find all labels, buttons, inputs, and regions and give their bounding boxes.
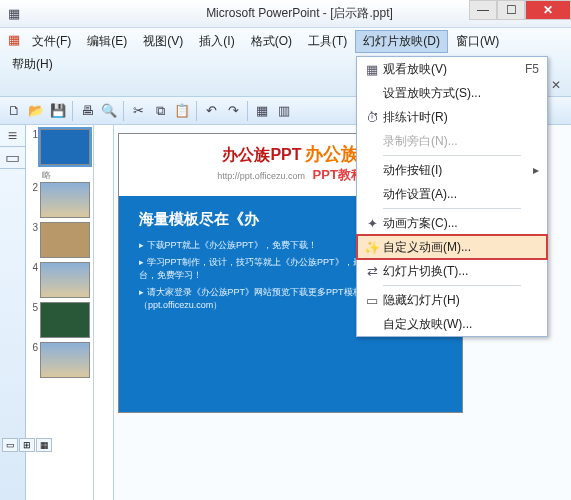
menu-separator [383,285,521,286]
cut-icon[interactable]: ✂ [128,101,148,121]
thumb-preview [40,262,90,298]
thumbnail-2[interactable]: 2 [28,182,91,218]
thumbnail-5[interactable]: 5 [28,302,91,338]
slide-logo-text: 办公族PPT [222,146,301,163]
separator [196,101,197,121]
submenu-arrow-icon: ▸ [533,163,543,177]
menu-action-settings[interactable]: 动作设置(A)... [357,182,547,206]
open-icon[interactable]: 📂 [26,101,46,121]
thumb-preview [40,129,90,165]
save-icon[interactable]: 💾 [48,101,68,121]
timer-icon: ⏱ [361,110,383,125]
hide-icon: ▭ [361,293,383,308]
menu-format[interactable]: 格式(O) [243,30,300,53]
separator [72,101,73,121]
normal-view-button[interactable]: ▭ [2,438,18,452]
slide-url: http://ppt.officezu.com [217,171,305,181]
menu-slideshow[interactable]: 幻灯片放映(D) [355,30,448,53]
animate-icon: ✦ [361,216,383,231]
thumb-number: 2 [28,182,40,218]
thumb-preview [40,182,90,218]
thumb-number: 3 [28,222,40,258]
thumb-preview [40,302,90,338]
new-icon[interactable]: 🗋 [4,101,24,121]
menu-slide-transition[interactable]: ⇄ 幻灯片切换(T)... [357,259,547,283]
menu-insert[interactable]: 插入(I) [191,30,242,53]
slides-tab-icon[interactable]: ▭ [0,147,25,169]
slide-logo-big: 办公族 [305,144,359,164]
thumb-sublabel: 略 [28,169,91,182]
menu-view[interactable]: 视图(V) [135,30,191,53]
menu-custom-animation[interactable]: ✨ 自定义动画(M)... [357,235,547,259]
thumb-preview [40,342,90,378]
custom-animate-icon: ✨ [361,240,383,255]
titlebar: ▦ Microsoft PowerPoint - [启示路.ppt] ― ☐ ✕ [0,0,571,28]
menu-rehearse[interactable]: ⏱ 排练计时(R) [357,105,547,129]
print-icon[interactable]: 🖶 [77,101,97,121]
menu-hide-slide[interactable]: ▭ 隐藏幻灯片(H) [357,288,547,312]
menu-record-narration[interactable]: 录制旁白(N)... [357,129,547,153]
menu-tools[interactable]: 工具(T) [300,30,355,53]
thumbnail-3[interactable]: 3 [28,222,91,258]
slideshow-view-button[interactable]: ▦ [36,438,52,452]
thumb-number: 5 [28,302,40,338]
present-icon: ▦ [361,62,383,77]
copy-icon[interactable]: ⧉ [150,101,170,121]
ppt-icon: ▦ [4,30,24,50]
thumbnail-6[interactable]: 6 [28,342,91,378]
menu-view-show[interactable]: ▦ 观看放映(V) F5 [357,57,547,81]
menu-animation-schemes[interactable]: ✦ 动画方案(C)... [357,211,547,235]
minimize-button[interactable]: ― [469,0,497,20]
thumbnail-4[interactable]: 4 [28,262,91,298]
menu-file[interactable]: 文件(F) [24,30,79,53]
transition-icon: ⇄ [361,264,383,279]
menu-window[interactable]: 窗口(W) [448,30,507,53]
thumbnail-1[interactable]: 1 [28,129,91,165]
menu-separator [383,208,521,209]
separator [247,101,248,121]
thumb-number: 4 [28,262,40,298]
slideshow-dropdown: ▦ 观看放映(V) F5 设置放映方式(S)... ⏱ 排练计时(R) 录制旁白… [356,56,548,337]
window-controls: ― ☐ ✕ [469,0,571,20]
app-icon: ▦ [4,4,24,24]
menu-setup-show[interactable]: 设置放映方式(S)... [357,81,547,105]
menu-custom-shows[interactable]: 自定义放映(W)... [357,312,547,336]
menu-edit[interactable]: 编辑(E) [79,30,135,53]
shortcut-label: F5 [525,62,543,76]
close-button[interactable]: ✕ [525,0,571,20]
maximize-button[interactable]: ☐ [497,0,525,20]
sorter-view-button[interactable]: ⊞ [19,438,35,452]
view-mode-buttons: ▭ ⊞ ▦ [2,438,52,452]
mdi-close-icon[interactable]: ✕ [545,76,567,94]
table-icon[interactable]: ▥ [274,101,294,121]
undo-icon[interactable]: ↶ [201,101,221,121]
thumb-number: 6 [28,342,40,378]
redo-icon[interactable]: ↷ [223,101,243,121]
vertical-ruler [94,125,114,500]
thumb-number: 1 [28,129,40,165]
outline-tab-icon[interactable]: ≡ [0,125,25,147]
preview-icon[interactable]: 🔍 [99,101,119,121]
chart-icon[interactable]: ▦ [252,101,272,121]
separator [123,101,124,121]
paste-icon[interactable]: 📋 [172,101,192,121]
menu-action-buttons[interactable]: 动作按钮(I) ▸ [357,158,547,182]
menu-separator [383,155,521,156]
thumb-preview [40,222,90,258]
